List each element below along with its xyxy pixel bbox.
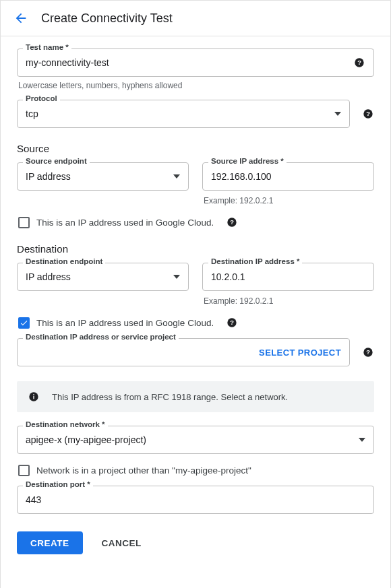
destination-port-value: 443: [26, 494, 365, 505]
rfc1918-info-banner: This IP address is from a RFC 1918 range…: [17, 381, 374, 412]
rfc1918-info-text: This IP address is from a RFC 1918 range…: [52, 392, 288, 402]
source-endpoint-select[interactable]: Source endpoint IP address: [17, 162, 189, 191]
source-ip-label: Source IP address *: [208, 158, 287, 166]
source-ip-example: Example: 192.0.2.1: [204, 196, 374, 205]
protocol-value: tcp: [26, 108, 329, 119]
cancel-button[interactable]: CANCEL: [98, 531, 146, 554]
svg-text:?: ?: [357, 59, 361, 66]
destination-gcloud-checkbox[interactable]: [18, 317, 30, 329]
source-gcloud-checkbox-label: This is an IP address used in Google Clo…: [36, 218, 214, 228]
destination-ip-label: Destination IP address *: [208, 258, 302, 266]
create-button[interactable]: CREATE: [17, 531, 83, 554]
protocol-label: Protocol: [23, 95, 60, 103]
test-name-value: my-connectivity-test: [26, 57, 348, 68]
destination-ip-value: 10.2.0.1: [211, 271, 365, 282]
select-project-button[interactable]: SELECT PROJECT: [259, 348, 341, 358]
svg-text:?: ?: [230, 319, 234, 326]
chevron-down-icon: [359, 438, 365, 442]
protocol-select[interactable]: Protocol tcp: [17, 100, 350, 128]
destination-network-label: Destination network *: [23, 421, 108, 429]
page-title: Create Connectivity Test: [41, 11, 173, 26]
other-project-checkbox[interactable]: [18, 465, 30, 476]
test-name-label: Test name *: [23, 44, 71, 52]
info-icon: [28, 391, 40, 403]
destination-endpoint-select[interactable]: Destination endpoint IP address: [17, 263, 189, 291]
help-icon[interactable]: ?: [226, 317, 238, 329]
source-endpoint-label: Source endpoint: [23, 158, 90, 166]
destination-port-input[interactable]: Destination port * 443: [17, 486, 374, 514]
svg-text:?: ?: [230, 219, 234, 226]
test-name-helper: Lowercase letters, numbers, hyphens allo…: [18, 81, 374, 90]
destination-project-label: Destination IP address or service projec…: [23, 333, 179, 341]
source-ip-value: 192.168.0.100: [211, 171, 365, 182]
chevron-down-icon: [334, 112, 341, 116]
svg-rect-11: [33, 396, 34, 399]
source-endpoint-value: IP address: [26, 171, 168, 182]
page-header: Create Connectivity Test: [1, 1, 390, 36]
source-gcloud-checkbox[interactable]: [18, 217, 30, 228]
destination-ip-example: Example: 192.0.2.1: [204, 296, 374, 306]
destination-ip-input[interactable]: Destination IP address * 10.2.0.1: [202, 263, 374, 291]
help-icon[interactable]: ?: [362, 346, 374, 358]
other-project-checkbox-label: Network is in a project other than "my-a…: [36, 465, 251, 476]
svg-rect-12: [33, 394, 34, 395]
destination-port-label: Destination port *: [23, 481, 93, 489]
back-arrow-icon[interactable]: [13, 10, 29, 26]
destination-gcloud-checkbox-label: This is an IP address used in Google Clo…: [36, 318, 214, 328]
help-icon[interactable]: ?: [362, 108, 374, 120]
test-name-input[interactable]: Test name * my-connectivity-test ?: [17, 48, 374, 77]
destination-network-value: apigee-x (my-apigee-project): [26, 434, 353, 445]
destination-heading: Destination: [17, 243, 374, 255]
destination-endpoint-label: Destination endpoint: [23, 258, 105, 266]
svg-text:?: ?: [366, 349, 370, 356]
chevron-down-icon: [173, 174, 180, 178]
svg-text:?: ?: [366, 110, 370, 117]
destination-project-field[interactable]: Destination IP address or service projec…: [17, 338, 350, 366]
help-icon[interactable]: ?: [353, 57, 365, 69]
source-heading: Source: [17, 143, 374, 154]
help-icon[interactable]: ?: [226, 216, 238, 228]
source-ip-input[interactable]: Source IP address * 192.168.0.100: [202, 162, 374, 191]
destination-network-select[interactable]: Destination network * apigee-x (my-apige…: [17, 426, 374, 454]
destination-endpoint-value: IP address: [26, 271, 168, 282]
chevron-down-icon: [173, 275, 180, 279]
